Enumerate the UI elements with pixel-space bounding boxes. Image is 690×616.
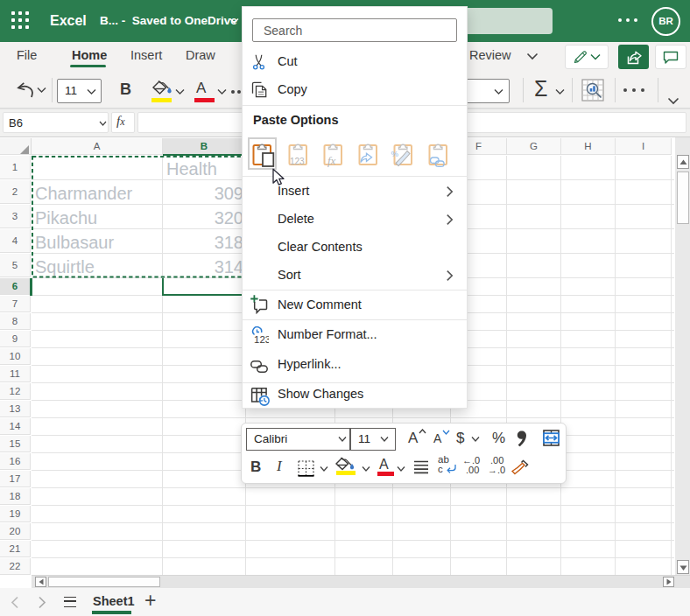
svg-text:123: 123 <box>290 157 305 166</box>
svg-text:%: % <box>391 149 399 158</box>
svg-text:fx: fx <box>327 154 336 167</box>
svg-text:123: 123 <box>254 334 269 345</box>
